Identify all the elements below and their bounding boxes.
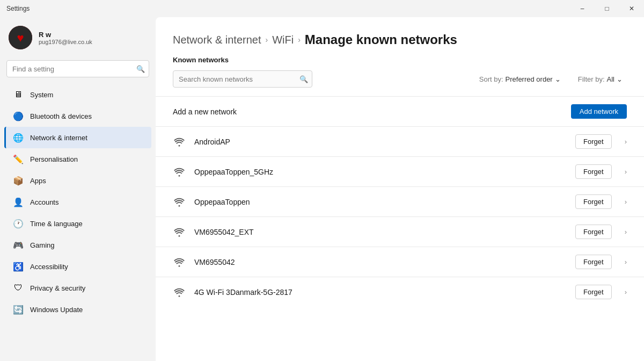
search-networks-box: 🔍 [173,70,312,88]
close-button[interactable]: ✕ [619,0,644,17]
wifi-icon [173,135,186,148]
forget-button[interactable]: Forget [575,164,612,179]
wifi-icon [173,256,186,269]
network-name: OppepaaToppen_5GHz [194,168,567,176]
privacy-icon: 🛡 [13,283,24,293]
network-name: VM6955042 [194,258,567,266]
search-networks-icon: 🔍 [299,75,308,83]
sidebar-search-input[interactable] [6,60,149,77]
filter-label: Filter by: [578,75,605,83]
sidebar-item-update[interactable]: 🔄 Windows Update [4,299,151,320]
accessibility-icon: ♿ [13,261,24,272]
forget-button[interactable]: Forget [575,194,612,209]
sidebar-item-time[interactable]: 🕐 Time & language [4,213,151,234]
network-name: OppepaaToppen [194,198,567,206]
chevron-right-icon: › [625,198,627,206]
system-icon: 🖥 [13,89,24,100]
breadcrumb-wifi[interactable]: WiFi [272,34,294,46]
sidebar-item-system[interactable]: 🖥 System [4,84,151,105]
sidebar: ♥ R w pug1976@live.co.uk 🔍 🖥 System 🔵 Bl… [0,17,156,361]
network-row[interactable]: 4G Wi-Fi 3Danmark-5G-2817 Forget › [156,277,644,307]
time-icon: 🕐 [13,218,24,229]
chevron-right-icon: › [625,288,627,296]
app-body: ♥ R w pug1976@live.co.uk 🔍 🖥 System 🔵 Bl… [0,17,644,361]
sidebar-label-apps: Apps [30,177,46,185]
user-info: R w pug1976@live.co.uk [39,31,92,45]
breadcrumb: Network & internet › WiFi › Manage known… [156,17,644,56]
network-row[interactable]: VM6955042 Forget › [156,247,644,277]
sidebar-label-personalisation: Personalisation [30,155,78,163]
add-network-button[interactable]: Add network [571,104,627,119]
sort-button[interactable]: Sort by: Preferred order ⌄ [475,73,565,85]
sidebar-label-privacy: Privacy & security [30,284,85,292]
sidebar-item-network[interactable]: 🌐 Network & internet [4,127,151,148]
forget-button[interactable]: Forget [575,225,612,239]
search-networks-input[interactable] [173,70,312,88]
networks-list: Add a new network Add network AndroidAP … [156,96,644,317]
chevron-right-icon: › [625,228,627,236]
network-row[interactable]: OppepaaToppen_5GHz Forget › [156,156,644,186]
sort-filter-bar: Sort by: Preferred order ⌄ Filter by: Al… [475,73,627,85]
sidebar-label-gaming: Gaming [30,241,55,249]
sidebar-item-bluetooth[interactable]: 🔵 Bluetooth & devices [4,105,151,127]
sidebar-label-bluetooth: Bluetooth & devices [30,112,92,120]
sidebar-item-gaming[interactable]: 🎮 Gaming [4,234,151,256]
section-label: Known networks [156,56,644,70]
forget-button[interactable]: Forget [575,255,612,269]
forget-button[interactable]: Forget [575,285,612,299]
filter-value: All [607,75,614,83]
sort-label: Sort by: [479,75,503,83]
add-network-row: Add a new network Add network [156,96,644,126]
add-network-label: Add a new network [173,107,562,116]
network-row[interactable]: OppepaaToppen Forget › [156,186,644,216]
titlebar: Settings – □ ✕ [0,0,644,17]
filter-chevron-icon: ⌄ [617,75,623,83]
user-name: R w [39,31,92,39]
update-icon: 🔄 [13,304,24,315]
toolbar-row: 🔍 Sort by: Preferred order ⌄ Filter by: … [156,70,644,96]
chevron-right-icon: › [625,258,627,266]
sort-chevron-icon: ⌄ [555,75,561,83]
minimize-button[interactable]: – [570,0,595,17]
personalisation-icon: ✏️ [13,154,24,164]
sidebar-search-icon: 🔍 [136,65,145,73]
user-email: pug1976@live.co.uk [39,39,92,45]
network-name: AndroidAP [194,138,567,146]
gaming-icon: 🎮 [13,240,24,250]
apps-icon: 📦 [13,175,24,186]
sidebar-item-accounts[interactable]: 👤 Accounts [4,191,151,213]
breadcrumb-sep1: › [266,35,268,44]
sidebar-search-box: 🔍 [6,60,149,77]
sidebar-label-system: System [30,91,53,99]
sidebar-item-personalisation[interactable]: ✏️ Personalisation [4,148,151,170]
sidebar-item-apps[interactable]: 📦 Apps [4,170,151,191]
user-section: ♥ R w pug1976@live.co.uk [0,17,156,58]
sidebar-label-accessibility: Accessibility [30,263,68,271]
accounts-icon: 👤 [13,197,24,207]
sidebar-item-privacy[interactable]: 🛡 Privacy & security [4,277,151,299]
wifi-icon [173,286,186,299]
network-name: VM6955042_EXT [194,228,567,236]
sidebar-nav: 🖥 System 🔵 Bluetooth & devices 🌐 Network… [0,84,156,320]
filter-button[interactable]: Filter by: All ⌄ [574,73,627,85]
sidebar-label-time: Time & language [30,220,83,228]
breadcrumb-sep2: › [298,35,301,44]
network-row[interactable]: AndroidAP Forget › [156,126,644,156]
breadcrumb-network-internet[interactable]: Network & internet [173,34,261,46]
forget-button[interactable]: Forget [575,134,612,149]
maximize-button[interactable]: □ [595,0,619,17]
svg-text:♥: ♥ [17,31,24,45]
titlebar-title: Settings [6,5,30,12]
wifi-icon [173,165,186,178]
wifi-icon [173,226,186,239]
sort-value: Preferred order [506,75,553,83]
sidebar-label-accounts: Accounts [30,198,58,206]
network-row[interactable]: VM6955042_EXT Forget › [156,216,644,247]
wifi-icon [173,196,186,208]
main-content: Network & internet › WiFi › Manage known… [156,17,644,361]
titlebar-controls: – □ ✕ [570,0,644,17]
page-title: Manage known networks [305,32,457,47]
sidebar-label-network: Network & internet [30,134,87,142]
sidebar-item-accessibility[interactable]: ♿ Accessibility [4,256,151,277]
chevron-right-icon: › [625,138,627,146]
